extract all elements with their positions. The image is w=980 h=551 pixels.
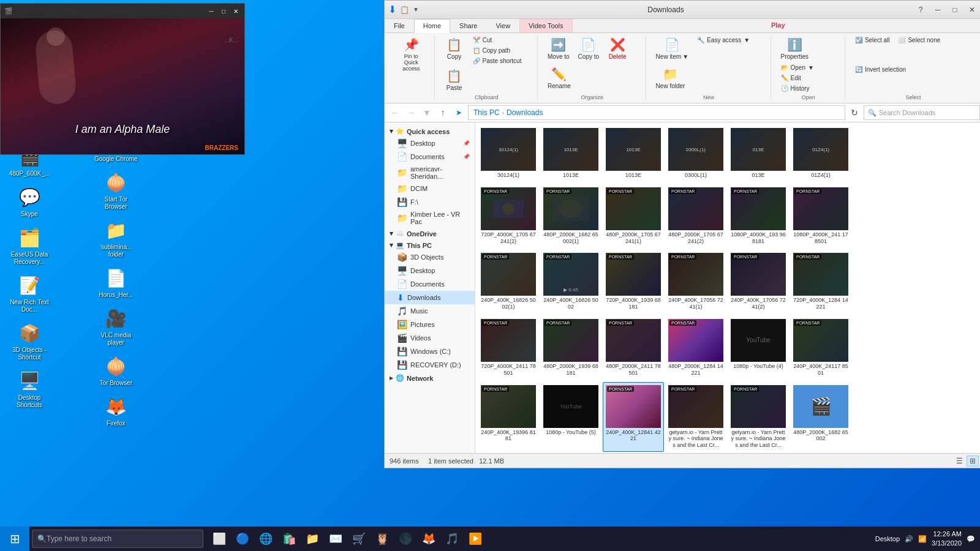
file-item[interactable]: PORNSTAR 720P_4000K_2411 78501 bbox=[478, 316, 539, 380]
desktop-label[interactable]: Desktop bbox=[875, 535, 900, 542]
sidebar-item-americavr[interactable]: 📁 americavr-Sheridan... bbox=[385, 163, 475, 182]
breadcrumb-thispc[interactable]: This PC bbox=[473, 108, 500, 117]
clock[interactable]: 12:26 AM 3/13/2020 bbox=[932, 530, 962, 549]
file-item[interactable]: PORNSTAR 240P_400K_17056 7241(2) bbox=[728, 250, 789, 313]
taskbar-search[interactable]: 🔍 Type here to search bbox=[32, 530, 203, 548]
notification-button[interactable]: 💬 bbox=[967, 535, 975, 543]
taskbar-app2[interactable]: 🦊 bbox=[418, 527, 440, 551]
move-to-button[interactable]: ➡️ Move to bbox=[544, 36, 573, 62]
file-item[interactable]: 🎬 480P_2000K_1682 65002 bbox=[790, 382, 851, 452]
file-item[interactable]: PORNSTAR 1080P_4000K_193 968181 bbox=[728, 184, 789, 248]
desktop-icon-subliminal-folder[interactable]: 📁 'sublimina... folder bbox=[91, 216, 140, 261]
sidebar-item-pictures[interactable]: 🖼️ Pictures bbox=[385, 318, 475, 331]
new-folder-button[interactable]: 📁 New folder bbox=[652, 65, 689, 91]
sidebar-item-recovery-d[interactable]: 💾 RECOVERY (D:) bbox=[385, 358, 475, 372]
pin-to-quick-access-button[interactable]: 📌 Pin to Quick access bbox=[393, 36, 429, 73]
file-item[interactable]: PORNSTAR 240P_400K_16826 5002(1) bbox=[478, 250, 539, 313]
file-item[interactable]: PORNSTAR getyarn.io - Yarn Pretty sure. … bbox=[728, 382, 789, 452]
desktop-icon-vlc[interactable]: 🎥 VLC media player bbox=[91, 304, 140, 349]
properties-button[interactable]: ℹ️ Properties bbox=[777, 36, 813, 62]
open-button[interactable]: 📂 Open ▼ bbox=[777, 63, 818, 72]
sidebar-item-dcim[interactable]: 📁 DCIM bbox=[385, 182, 475, 195]
maximize-button[interactable]: □ bbox=[947, 2, 963, 18]
desktop-icon-firefox[interactable]: 🦊 Firefox bbox=[91, 392, 140, 430]
file-item[interactable]: PORNSTAR 720P_4000K_1705 67241(2) bbox=[478, 184, 539, 248]
file-item[interactable]: PORNSTAR 480P_2000K_1705 67241(2) bbox=[665, 184, 726, 248]
file-item[interactable]: 1013E 1013E bbox=[603, 125, 664, 182]
file-item-selected[interactable]: PORNSTAR 240P_400K_12841 4221 bbox=[603, 382, 664, 452]
tab-file[interactable]: File bbox=[385, 19, 414, 32]
taskbar-cortana[interactable]: 🔵 bbox=[232, 527, 254, 551]
file-item[interactable]: PORNSTAR 720P_4000K_1939 68181 bbox=[603, 250, 664, 313]
paste-button[interactable]: 📋 Paste bbox=[441, 67, 468, 93]
media-close-button[interactable]: ✕ bbox=[231, 6, 241, 16]
sidebar-network-header[interactable]: ▸ 🌐 Network bbox=[385, 372, 475, 383]
file-item[interactable]: 1013E 1013E bbox=[540, 125, 601, 182]
file-item[interactable]: YouTube 1080p - YouTube (5) bbox=[540, 382, 601, 452]
file-item[interactable]: PORNSTAR 240P_400K_24117 8501 bbox=[790, 316, 851, 380]
taskbar-store[interactable]: 🛍️ bbox=[278, 527, 300, 551]
sidebar-item-documents-thispc[interactable]: 📄 Documents bbox=[385, 277, 475, 291]
taskbar-amazon[interactable]: 🛒 bbox=[348, 527, 370, 551]
rename-button[interactable]: ✏️ Rename bbox=[544, 65, 575, 91]
taskbar-ie[interactable]: 🌐 bbox=[255, 527, 277, 551]
file-item[interactable]: 01Z4(1) 01Z4(1) bbox=[790, 125, 851, 182]
desktop-icon-3d-objects[interactable]: 📦 3D Objects - Shortcut bbox=[5, 318, 54, 364]
sidebar-item-windows-c[interactable]: 💾 Windows (C:) bbox=[385, 345, 475, 358]
cut-button[interactable]: ✂️ Cut bbox=[469, 36, 526, 45]
file-item[interactable]: 0300L(1) 0300L(1) bbox=[665, 125, 726, 182]
up-button[interactable]: ↑ bbox=[436, 106, 450, 119]
taskbar-app4[interactable]: ▶️ bbox=[464, 527, 486, 551]
file-item[interactable]: PORNSTAR 720P_4000K_1284 14221 bbox=[790, 250, 851, 313]
start-button[interactable]: ⊞ bbox=[0, 527, 29, 551]
media-maximize-button[interactable]: □ bbox=[219, 6, 228, 16]
taskbar-file-explorer[interactable]: 📁 bbox=[301, 527, 323, 551]
sidebar-item-music[interactable]: 🎵 Music bbox=[385, 304, 475, 318]
ribbon-context-tab-play[interactable]: Play bbox=[573, 19, 980, 32]
file-item[interactable]: PORNSTAR ▶ 0:45 240P_400K_16826 5002 bbox=[540, 250, 601, 313]
sidebar-quick-access-header[interactable]: ▾ ⭐ Quick access bbox=[385, 125, 475, 137]
edit-button[interactable]: ✏️ Edit bbox=[777, 73, 818, 83]
refresh-button[interactable]: ↻ bbox=[848, 106, 861, 119]
recent-locations-button[interactable]: ▼ bbox=[420, 106, 434, 119]
forward-button[interactable]: → bbox=[404, 106, 418, 119]
select-all-button[interactable]: ☑️ Select all bbox=[851, 36, 894, 45]
breadcrumb[interactable]: This PC › Downloads bbox=[468, 105, 845, 120]
desktop-icon-desktop-shortcuts[interactable]: 🖥️ Desktop Shortcuts bbox=[5, 366, 54, 411]
desktop-icon-tor-browser[interactable]: 🧅 Tor Browser bbox=[91, 351, 140, 389]
file-item[interactable]: PORNSTAR 480P_2000K_1939 68181 bbox=[540, 316, 601, 380]
file-item[interactable]: PORNSTAR 480P_2000K_1705 67241(1) bbox=[603, 184, 664, 248]
file-item[interactable]: 013E 013E bbox=[728, 125, 789, 182]
new-item-button[interactable]: 📄 New item ▼ bbox=[652, 36, 693, 62]
desktop-icon-horus[interactable]: 📄 Horus_Her... bbox=[91, 263, 140, 301]
taskbar-task-view[interactable]: ⬜ bbox=[208, 527, 230, 551]
sidebar-item-documents[interactable]: 📄 Documents 📌 bbox=[385, 150, 475, 163]
tab-view[interactable]: View bbox=[486, 19, 519, 32]
sidebar-item-videos[interactable]: 🎬 Videos bbox=[385, 331, 475, 345]
close-button[interactable]: ✕ bbox=[964, 2, 980, 18]
taskbar-mail[interactable]: ✉️ bbox=[325, 527, 347, 551]
select-none-button[interactable]: ⬜ Select none bbox=[894, 36, 944, 45]
help-button[interactable]: ? bbox=[913, 2, 929, 18]
file-item[interactable]: PORNSTAR 240P_400K_19396 8181 bbox=[478, 382, 539, 452]
desktop-icon-start-tor-browser[interactable]: 🧅 Start Tor Browser bbox=[91, 168, 140, 213]
file-item[interactable]: YouTube 1080p - YouTube (4) bbox=[728, 316, 789, 380]
easy-access-button[interactable]: 🔧 Easy access ▼ bbox=[693, 36, 753, 45]
sidebar-item-3d-objects[interactable]: 📦 3D Objects bbox=[385, 250, 475, 264]
copy-path-button[interactable]: 📋 Copy path bbox=[469, 46, 526, 55]
back-button[interactable]: ← bbox=[388, 106, 402, 119]
desktop-icon-skype[interactable]: 💬 Skype bbox=[5, 182, 54, 220]
tab-video-tools[interactable]: Video Tools bbox=[519, 19, 572, 32]
file-item[interactable]: PORNSTAR 480P_2000K_1682 65002(1) bbox=[540, 184, 601, 248]
invert-selection-button[interactable]: 🔄 Invert selection bbox=[851, 65, 910, 74]
taskbar-app1[interactable]: 🌑 bbox=[394, 527, 417, 551]
file-item[interactable]: PORNSTAR 240P_400K_17056 7241(1) bbox=[665, 250, 726, 313]
minimize-button[interactable]: ─ bbox=[930, 2, 946, 18]
copy-button[interactable]: 📋 Copy bbox=[441, 36, 468, 62]
file-item[interactable]: 30124(1) 30124(1) bbox=[478, 125, 539, 182]
sidebar-onedrive-header[interactable]: ▾ ☁️ OneDrive bbox=[385, 227, 475, 239]
copy-to-button[interactable]: 📄 Copy to bbox=[575, 36, 603, 62]
file-item[interactable]: PORNSTAR 1080P_4000K_241 178501 bbox=[790, 184, 851, 248]
breadcrumb-downloads[interactable]: Downloads bbox=[507, 108, 543, 117]
desktop-icon-rich-text[interactable]: 📝 New Rich Text Doc... bbox=[5, 271, 54, 316]
